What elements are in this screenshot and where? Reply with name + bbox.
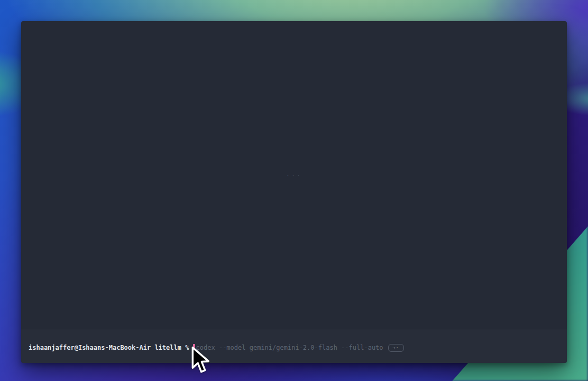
screen: ... ishaanjaffer@Ishaans-MacBook-Air lit… [0, 0, 588, 381]
autosuggestion-text: codex --model gemini/gemini-2.0-flash --… [196, 343, 383, 352]
loading-indicator: ... [21, 170, 567, 178]
prompt-user-host: ishaanjaffer@Ishaans-MacBook-Air [29, 343, 151, 352]
prompt-directory: litellm [154, 343, 181, 352]
mouse-pointer-icon [190, 346, 210, 376]
terminal-prompt-line[interactable]: ishaanjaffer@Ishaans-MacBook-Air litellm… [29, 343, 559, 352]
accept-suggestion-hint: →· [388, 344, 404, 352]
prompt-symbol: % [185, 343, 189, 352]
terminal-window[interactable]: ... ishaanjaffer@Ishaans-MacBook-Air lit… [21, 21, 567, 363]
